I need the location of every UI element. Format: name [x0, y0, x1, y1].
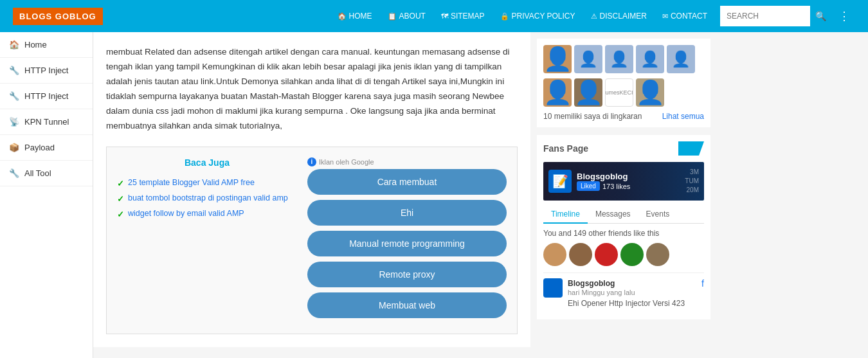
home-sidebar-icon: 🏠 — [9, 40, 19, 49]
fans-page-accent — [678, 141, 704, 156]
avatar-icon: 👤 — [579, 50, 598, 68]
sidebar-item-alltool[interactable]: 🔧 All Tool — [0, 161, 93, 186]
avatar-icon: 👤 — [671, 50, 691, 68]
fans-post-info: Blogsgoblog f hari Minggu yang lalu Ehi … — [568, 278, 704, 308]
logo[interactable]: BLOGS GOBLOG — [13, 8, 103, 25]
sidebar: 🏠 Home 🔧 HTTP Inject 🔧 HTTP Inject 📡 KPN… — [0, 32, 93, 358]
avatar: 👤 — [636, 45, 664, 73]
ad-button-cara-membuat[interactable]: Cara membuat — [307, 169, 507, 195]
fans-like-avatar-2 — [569, 243, 592, 266]
lihat-semua-link[interactable]: Lihat semua — [662, 112, 704, 121]
sidebar-kpn-label: KPN Tunnel — [24, 117, 69, 127]
lingkaran-count-text: 10 memiliki saya di lingkaran — [543, 112, 642, 121]
nav-disclaimer-label: DISCLAIMER — [600, 12, 647, 21]
ad-button-membuat-web[interactable]: Membuat web — [307, 292, 507, 318]
ad-buttons-area: i Iklan oleh Google Cara membuat Ehi Man… — [307, 157, 507, 323]
tab-messages[interactable]: Messages — [588, 206, 638, 223]
avatar-grid: 👤 👤 👤 👤 👤 — [543, 45, 704, 73]
avatar-icon: 👤 — [574, 79, 602, 106]
article-area: membuat Related dan adsense ditengah art… — [93, 32, 868, 347]
sidebar-item-payload[interactable]: 📦 Payload — [0, 135, 93, 161]
ad-label: i Iklan oleh Google — [307, 157, 507, 166]
list-item[interactable]: 25 template Blogger Valid AMP free — [117, 175, 297, 191]
ad-button-ehi[interactable]: Ehi — [307, 200, 507, 226]
payload-icon: 📦 — [9, 143, 19, 152]
baca-juga-section: Baca Juga 25 template Blogger Valid AMP … — [106, 147, 518, 334]
fans-page-like-area: Liked 173 likes — [577, 181, 630, 191]
nav-sitemap-label: SITEMAP — [451, 12, 485, 21]
banner-num-3: 20M — [685, 186, 699, 195]
avatar-icon: 👤 — [636, 79, 664, 106]
tab-events[interactable]: Events — [638, 206, 678, 223]
nav-contact[interactable]: ✉ CONTACT — [656, 8, 714, 24]
sidebar-item-kpn[interactable]: 📡 KPN Tunnel — [0, 109, 93, 135]
list-item[interactable]: widget follow by email valid AMP — [117, 206, 297, 222]
like-button[interactable]: Liked — [577, 181, 600, 191]
nav-about-label: ABOUT — [399, 12, 426, 21]
avatar: 👤 — [605, 45, 633, 73]
more-button[interactable]: ⋮ — [833, 6, 855, 26]
baca-juga-box: Baca Juga 25 template Blogger Valid AMP … — [117, 157, 297, 323]
sidebar-home-label: Home — [24, 40, 47, 49]
sidebar-item-home[interactable]: 🏠 Home — [0, 32, 93, 58]
fans-like-avatar-1 — [543, 243, 566, 266]
about-icon: 📋 — [388, 12, 397, 21]
sidebar-payload-label: Payload — [24, 143, 55, 152]
fans-tabs: Timeline Messages Events — [543, 206, 704, 224]
tab-timeline[interactable]: Timeline — [543, 206, 588, 224]
avatar: 👤 — [543, 78, 572, 107]
fans-likes-text: You and 149 other friends like this — [543, 229, 704, 238]
search-button[interactable]: 🔍 — [810, 6, 831, 26]
nav-privacy[interactable]: 🔒 PRIVACY POLICY — [494, 8, 582, 24]
fans-like-avatar-4 — [620, 243, 644, 266]
lingkaran-section: 👤 👤 👤 👤 👤 — [537, 39, 710, 127]
baca-juga-item-1: 25 template Blogger Valid AMP free — [128, 178, 255, 187]
right-sidebar: 👤 👤 👤 👤 👤 — [530, 32, 717, 347]
layout: 🏠 Home 🔧 HTTP Inject 🔧 HTTP Inject 📡 KPN… — [0, 32, 868, 358]
nav-disclaimer[interactable]: ⚠ DISCLAIMER — [584, 8, 653, 24]
sidebar-alltool-label: All Tool — [24, 168, 51, 178]
avatar: 👤 — [574, 45, 602, 73]
info-icon: i — [307, 157, 316, 166]
ad-label-text: Iklan oleh Google — [319, 158, 374, 166]
fans-page-logo-img: 📝 — [548, 170, 572, 193]
contact-icon: ✉ — [662, 12, 668, 21]
sidebar-item-http2[interactable]: 🔧 HTTP Inject — [0, 84, 93, 109]
nav-home-label: HOME — [349, 12, 372, 21]
baca-juga-item-2: buat tombol bootstrap di postingan valid… — [128, 193, 288, 202]
http2-icon: 🔧 — [9, 91, 19, 101]
sidebar-http1-label: HTTP Inject — [24, 66, 68, 75]
sidebar-item-http1[interactable]: 🔧 HTTP Inject — [0, 58, 93, 84]
fans-page-name: Blogsgoblog — [577, 172, 630, 181]
banner-num-1: 3M — [685, 168, 699, 177]
nav-contact-label: CONTACT — [671, 12, 707, 21]
fans-like-avatar-5 — [646, 243, 669, 266]
baca-juga-list: 25 template Blogger Valid AMP free buat … — [117, 175, 297, 222]
search-input[interactable] — [720, 6, 810, 26]
fans-page-section: Fans Page 📝 Blogsgoblog L — [537, 135, 710, 319]
nav-home[interactable]: 🏠 HOME — [331, 8, 379, 24]
lingkaran-info: 10 memiliki saya di lingkaran Lihat semu… — [543, 112, 704, 121]
baca-juga-title: Baca Juga — [117, 157, 297, 168]
kpn-icon: 📡 — [9, 117, 19, 127]
nav: 🏠 HOME 📋 ABOUT 🗺 SITEMAP 🔒 PRIVACY POLIC… — [331, 8, 714, 24]
avatar: 👤 — [667, 45, 695, 73]
fans-post-logo — [543, 278, 563, 298]
blog-logo-icon: 📝 — [552, 174, 568, 189]
ad-button-remote-proxy[interactable]: Remote proxy — [307, 262, 507, 287]
fans-page-inner: 📝 Blogsgoblog Liked 173 likes 3M — [543, 162, 704, 313]
ad-button-manual-remote[interactable]: Manual remote programming — [307, 231, 507, 256]
avatar: 👤 — [574, 78, 602, 107]
article-text: membuat Related dan adsense ditengah art… — [106, 45, 518, 134]
list-item[interactable]: buat tombol bootstrap di postingan valid… — [117, 191, 297, 206]
disclaimer-icon: ⚠ — [591, 12, 597, 21]
nav-about[interactable]: 📋 ABOUT — [381, 8, 432, 24]
home-icon: 🏠 — [338, 12, 347, 21]
nav-sitemap[interactable]: 🗺 SITEMAP — [435, 8, 491, 24]
privacy-icon: 🔒 — [500, 12, 509, 21]
facebook-icon: f — [701, 278, 704, 289]
fans-post-time: hari Minggu yang lalu — [568, 289, 704, 296]
avatar-tumeskecil: TumesKECIL — [605, 78, 633, 107]
fans-page-title: Fans Page — [543, 143, 588, 154]
main-content: membuat Related dan adsense ditengah art… — [93, 32, 868, 358]
